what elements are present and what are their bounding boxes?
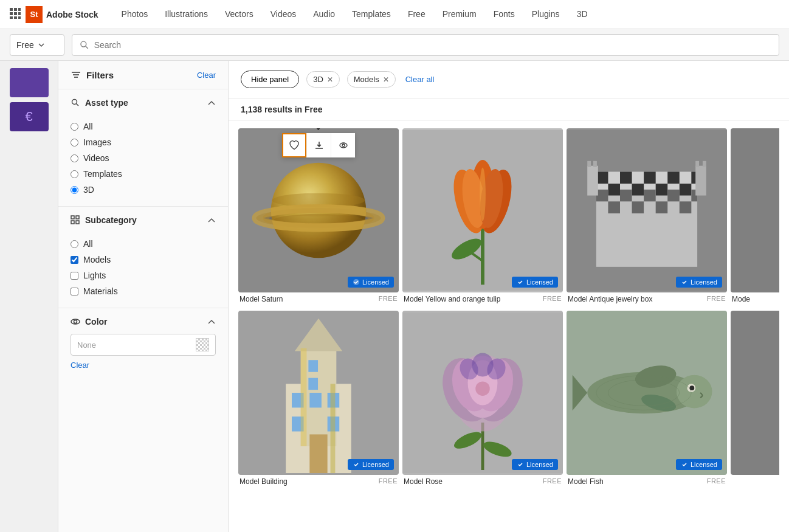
clear-all-button[interactable]: Clear all [405, 75, 435, 84]
jewelry-thumb[interactable]: Licensed [567, 128, 727, 292]
licensed-badge-rose: Licensed [512, 459, 558, 470]
filters-clear-button[interactable]: Clear [197, 71, 216, 80]
check-icon [353, 278, 360, 286]
asset-type-images[interactable]: Images [71, 134, 216, 150]
jewelry-label: Model Antique jewelry box [568, 295, 652, 303]
nav-illustrations[interactable]: Illustrations [156, 0, 216, 29]
tag-models-close[interactable]: ✕ [383, 75, 389, 84]
filters-title: Filters [71, 69, 114, 80]
svg-rect-4 [14, 12, 17, 15]
svg-rect-49 [596, 171, 608, 184]
svg-rect-18 [71, 221, 74, 224]
asset-type-3d[interactable]: 3D [71, 182, 216, 198]
nav-audio[interactable]: Audio [305, 0, 343, 29]
svg-rect-51 [644, 171, 656, 184]
svg-rect-1 [14, 8, 17, 11]
svg-rect-56 [656, 184, 668, 196]
search-small-icon [71, 98, 80, 108]
main-layout: € Filters Clear [0, 61, 789, 532]
svg-rect-0 [10, 8, 13, 11]
nav-videos[interactable]: Videos [262, 0, 305, 29]
partial-thumb-2 [731, 311, 779, 475]
saturn-thumb[interactable]: Save to Library [238, 128, 399, 292]
apps-icon[interactable] [10, 8, 21, 21]
check-icon-5 [517, 461, 524, 468]
svg-rect-67 [587, 166, 598, 196]
fish-thumb[interactable]: Licensed [567, 311, 727, 475]
logo[interactable]: St Adobe Stock [26, 6, 98, 23]
building-meta: Model Building FREE [238, 475, 399, 488]
nav-3d[interactable]: 3D [568, 0, 596, 29]
rose-thumb[interactable]: Licensed [402, 311, 563, 475]
chevron-down-icon [38, 41, 45, 49]
jewelry-meta: Model Antique jewelry box FREE [567, 292, 727, 306]
tulip-thumb[interactable]: Licensed [402, 128, 563, 292]
nav-photos[interactable]: Photos [113, 0, 157, 29]
subcategory-materials[interactable]: Materials [71, 283, 216, 299]
save-to-library-button[interactable] [282, 133, 306, 157]
color-clear-button[interactable]: Clear [71, 361, 216, 370]
grid-item-jewelry: Licensed Model Antique jewelry box FREE [567, 128, 727, 306]
svg-point-109 [689, 385, 694, 390]
fish-meta: Model Fish FREE [567, 475, 727, 488]
subcategory-lights[interactable]: Lights [71, 268, 216, 283]
tag-3d-close[interactable]: ✕ [327, 75, 333, 84]
licensed-badge-fish: Licensed [676, 459, 722, 470]
svg-rect-8 [18, 16, 21, 19]
asset-type-templates[interactable]: Templates [71, 166, 216, 182]
building-label: Model Building [239, 477, 288, 486]
results-grid: Save to Library [229, 121, 789, 496]
color-input[interactable]: None [71, 334, 216, 356]
fish-label: Model Fish [568, 477, 604, 486]
chevron-up-icon-2 [207, 216, 216, 224]
asset-type-label: Asset type [85, 98, 128, 108]
download-button[interactable] [306, 133, 331, 157]
tag-models-label: Models [354, 75, 379, 84]
jewelry-svg [567, 128, 727, 292]
grid-row-1: Save to Library [238, 128, 779, 306]
chevron-up-icon [207, 98, 216, 107]
asset-type-header[interactable]: Asset type [58, 89, 228, 116]
nav-links: Photos Illustrations Vectors Videos Audi… [113, 0, 596, 29]
svg-rect-55 [632, 184, 644, 196]
svg-point-21 [74, 320, 77, 323]
svg-rect-78 [309, 393, 322, 407]
subcategory-all[interactable]: All [71, 236, 216, 252]
top-nav: St Adobe Stock Photos Illustrations Vect… [0, 0, 789, 29]
svg-rect-86 [331, 384, 336, 473]
nav-templates[interactable]: Templates [343, 0, 399, 29]
asset-type-section: Asset type All Images Videos Templates [58, 89, 228, 207]
sidebar-thumb-1[interactable] [10, 68, 49, 97]
tag-chip-models[interactable]: Models ✕ [347, 71, 396, 88]
svg-rect-72 [703, 161, 706, 167]
tulip-label: Model Yellow and orange tulip [404, 295, 500, 303]
nav-fonts[interactable]: Fonts [485, 0, 523, 29]
grid-item-partial[interactable]: Mode [731, 128, 779, 306]
asset-type-videos[interactable]: Videos [71, 150, 216, 166]
subcategory-header[interactable]: Subcategory [58, 207, 228, 233]
subcategory-models[interactable]: Models [71, 252, 216, 268]
asset-type-options: All Images Videos Templates 3D [58, 116, 228, 206]
search-icon [80, 40, 89, 50]
eye-preview-icon [339, 140, 348, 150]
nav-plugins[interactable]: Plugins [523, 0, 568, 29]
tulip-meta: Model Yellow and orange tulip FREE [402, 292, 563, 306]
asset-type-all[interactable]: All [71, 119, 216, 134]
tulip-svg [402, 128, 563, 292]
grid-item-tulip: Licensed Model Yellow and orange tulip F… [402, 128, 563, 306]
color-title: Color [71, 317, 108, 326]
svg-point-9 [81, 41, 86, 47]
tag-chip-3d[interactable]: 3D ✕ [306, 71, 340, 88]
free-dropdown[interactable]: Free [10, 34, 64, 56]
sidebar-thumb-2[interactable]: € [10, 102, 49, 131]
hide-panel-button[interactable]: Hide panel [241, 71, 299, 88]
nav-free[interactable]: Free [399, 0, 434, 29]
nav-vectors[interactable]: Vectors [216, 0, 262, 29]
preview-button[interactable] [331, 133, 355, 157]
grid-item-partial-2[interactable] [731, 311, 779, 488]
nav-premium[interactable]: Premium [434, 0, 485, 29]
heart-icon [289, 140, 300, 151]
partial-meta: Mode [731, 292, 779, 306]
search-input[interactable] [94, 40, 771, 50]
building-thumb[interactable]: Licensed [238, 311, 399, 475]
